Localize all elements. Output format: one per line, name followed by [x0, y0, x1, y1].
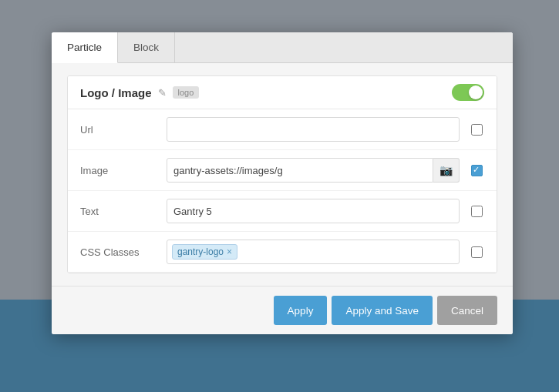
- tab-bar: Particle Block: [52, 32, 513, 63]
- image-row: Image 📷: [68, 150, 497, 191]
- css-checkbox-cell: [469, 246, 484, 258]
- text-checkbox[interactable]: [471, 206, 483, 217]
- url-input[interactable]: [167, 117, 460, 142]
- text-label: Text: [80, 206, 157, 217]
- image-input-group: 📷: [167, 158, 460, 183]
- url-row: Url: [68, 109, 497, 150]
- css-classes-input[interactable]: gantry-logo ×: [167, 240, 460, 264]
- css-classes-row: CSS Classes gantry-logo ×: [68, 232, 497, 273]
- text-checkbox-cell: [469, 206, 484, 217]
- apply-save-button[interactable]: Apply and Save: [332, 296, 433, 325]
- tag-label: gantry-logo: [177, 246, 224, 257]
- toggle-switch[interactable]: [452, 84, 484, 101]
- url-label: Url: [80, 124, 157, 136]
- modal-body: Logo / Image ✎ logo Url Image: [52, 63, 513, 286]
- panel-title: Logo / Image: [80, 86, 152, 99]
- text-input[interactable]: [167, 199, 460, 223]
- tab-block[interactable]: Block: [118, 32, 175, 62]
- logo-badge: logo: [173, 86, 200, 99]
- apply-button[interactable]: Apply: [274, 296, 328, 325]
- panel: Logo / Image ✎ logo Url Image: [67, 75, 497, 273]
- image-checkbox-cell: [469, 165, 484, 176]
- panel-header: Logo / Image ✎ logo: [68, 76, 497, 109]
- image-browse-button[interactable]: 📷: [433, 158, 460, 183]
- image-input[interactable]: [167, 158, 433, 183]
- image-browse-icon: 📷: [439, 164, 453, 176]
- tag-remove-icon[interactable]: ×: [227, 247, 232, 256]
- image-label: Image: [80, 165, 157, 176]
- modal-overlay: Particle Block Logo / Image ✎ logo Url: [0, 0, 559, 392]
- edit-icon[interactable]: ✎: [158, 87, 167, 99]
- css-classes-checkbox[interactable]: [471, 246, 483, 258]
- image-checkbox[interactable]: [471, 165, 483, 176]
- tag-gantry-logo: gantry-logo ×: [172, 244, 237, 260]
- url-checkbox[interactable]: [471, 124, 483, 136]
- text-row: Text: [68, 191, 497, 232]
- css-classes-label: CSS Classes: [80, 246, 157, 258]
- url-checkbox-cell: [469, 124, 484, 136]
- modal-dialog: Particle Block Logo / Image ✎ logo Url: [52, 32, 513, 334]
- modal-footer: Apply Apply and Save Cancel: [52, 286, 513, 334]
- cancel-button[interactable]: Cancel: [437, 296, 497, 325]
- tab-particle[interactable]: Particle: [52, 32, 118, 63]
